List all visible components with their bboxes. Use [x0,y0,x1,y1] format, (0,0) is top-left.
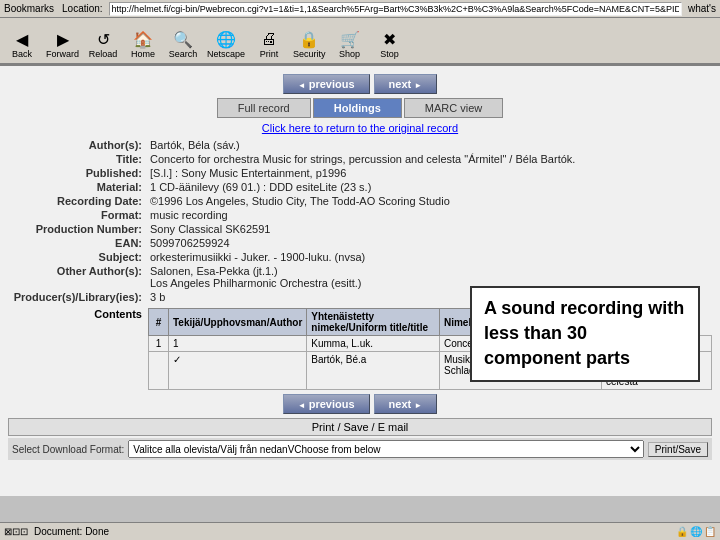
tab-holdings[interactable]: Holdings [313,98,402,118]
netscape-icon: 🌐 [214,29,238,49]
shop-label: Shop [339,49,360,59]
forward-button[interactable]: ▶ Forward [46,29,79,59]
contents-label: Contents [8,308,148,390]
stop-button[interactable]: ✖ Stop [374,29,406,59]
prod-number-label: Production Number: [8,222,148,236]
format-bar: Select Download Format: Valitce alla ole… [8,438,712,460]
recording-date-value: ©1996 Los Angeles, Studio City, The Todd… [148,194,712,208]
reload-label: Reload [89,49,118,59]
col-num: # [149,309,169,336]
subject-value: orkesterimusiikki - Juker. - 1900-luku. … [148,250,712,264]
table-row: Published: [S.l.] : Sony Music Entertain… [8,166,712,180]
table-row: Format: music recording [8,208,712,222]
next-button-bottom[interactable]: next [374,394,438,414]
status-icons-right: 🔒 🌐 📋 [676,526,716,537]
table-row: Production Number: Sony Classical SK6259… [8,222,712,236]
published-label: Published: [8,166,148,180]
location-label: Location: [62,3,103,14]
format-label: Format: [8,208,148,222]
reload-button[interactable]: ↺ Reload [87,29,119,59]
print-icon: 🖨 [257,29,281,49]
netscape-button[interactable]: 🌐 Netscape [207,29,245,59]
record-table: Author(s): Bartók, Béla (sáv.) Title: Co… [8,138,712,304]
col-uniform-title: Yhtenäistetty nimeke/Uniform title/title [307,309,440,336]
material-label: Material: [8,180,148,194]
row-num: 1 [149,336,169,352]
table-row: Title: Concerto for orchestra Music for … [8,152,712,166]
table-row: EAN: 5099706259924 [8,236,712,250]
home-icon: 🏠 [131,29,155,49]
stop-label: Stop [380,49,399,59]
print-save-email-bar: Print / Save / E mail [8,418,712,436]
title-value: Concerto for orchestra Music for strings… [148,152,712,166]
security-button[interactable]: 🔒 Security [293,29,326,59]
bottom-nav-bar: previous next [8,394,712,414]
published-value: [S.l.] : Sony Music Entertainment, p1996 [148,166,712,180]
bookmarks-label: Bookmarks [4,3,54,14]
right-arrow-icon [414,398,422,410]
table-row: Subject: orkesterimusiikki - Juker. - 19… [8,250,712,264]
home-button[interactable]: 🏠 Home [127,29,159,59]
whats-related-label: what's [688,3,716,14]
table-row: Recording Date: ©1996 Los Angeles, Studi… [8,194,712,208]
format-select-label: Select Download Format: [12,444,124,455]
print-save-button[interactable]: Print/Save [648,442,708,457]
search-label: Search [169,49,198,59]
print-button[interactable]: 🖨 Print [253,29,285,59]
search-button[interactable]: 🔍 Search [167,29,199,59]
stop-icon: ✖ [378,29,402,49]
subject-label: Subject: [8,250,148,264]
ean-value: 5099706259924 [148,236,712,250]
network-icon: 🌐 [690,526,702,537]
title-label: Title: [8,152,148,166]
row-num [149,352,169,390]
author-label: Author(s): [8,138,148,152]
back-button[interactable]: ◀ Back [6,29,38,59]
status-text: Document: Done [34,526,109,537]
row-author: Bartók, Bé.a [307,352,440,390]
back-icon: ◀ [10,29,34,49]
ean-label: EAN: [8,236,148,250]
home-label: Home [131,49,155,59]
format-value: music recording [148,208,712,222]
material-value: 1 CD-äänilevy (69 01.) : DDD esiteLite (… [148,180,712,194]
return-link[interactable]: Click here to return to the original rec… [8,122,712,134]
tab-marc-view[interactable]: MARC view [404,98,503,118]
status-icon-3: 📋 [704,526,716,537]
status-bar: ⊠⊡⊡ Document: Done 🔒 🌐 📋 [0,522,720,540]
row-check: ✓ [169,352,307,390]
previous-button-bottom[interactable]: previous [283,394,370,414]
reload-icon: ↺ [91,29,115,49]
print-label: Print [260,49,279,59]
prod-number-value: Sony Classical SK62591 [148,222,712,236]
shop-button[interactable]: 🛒 Shop [334,29,366,59]
security-label: Security [293,49,326,59]
next-button-top[interactable]: next [374,74,438,94]
row-check: 1 [169,336,307,352]
col-author: Tekijä/Upphovsman/Author [169,309,307,336]
back-label: Back [12,49,32,59]
netscape-label: Netscape [207,49,245,59]
address-input[interactable] [109,2,682,16]
tab-full-record[interactable]: Full record [217,98,311,118]
search-icon: 🔍 [171,29,195,49]
forward-icon: ▶ [51,29,75,49]
producer-library-label: Producer(s)/Library(ies): [8,290,148,304]
shop-icon: 🛒 [338,29,362,49]
security-status-icon: 🔒 [676,526,688,537]
table-row: Author(s): Bartók, Béla (sáv.) [8,138,712,152]
status-icons-left: ⊠⊡⊡ [4,526,28,537]
left-arrow-icon [298,78,306,90]
top-nav-bar: previous next [8,74,712,94]
left-arrow-icon [298,398,306,410]
row-author: Kumma, L.uk. [307,336,440,352]
annotation-box: A sound recording with less than 30 comp… [470,286,700,382]
author-value: Bartók, Béla (sáv.) [148,138,712,152]
right-arrow-icon [414,78,422,90]
recording-date-label: Recording Date: [8,194,148,208]
format-select[interactable]: Valitce alla olevista/Välj från nedanVCh… [128,440,644,458]
table-row: Material: 1 CD-äänilevy (69 01.) : DDD e… [8,180,712,194]
tab-bar: Full record Holdings MARC view [8,98,712,118]
previous-button-top[interactable]: previous [283,74,370,94]
other-author-label: Other Author(s): [8,264,148,290]
